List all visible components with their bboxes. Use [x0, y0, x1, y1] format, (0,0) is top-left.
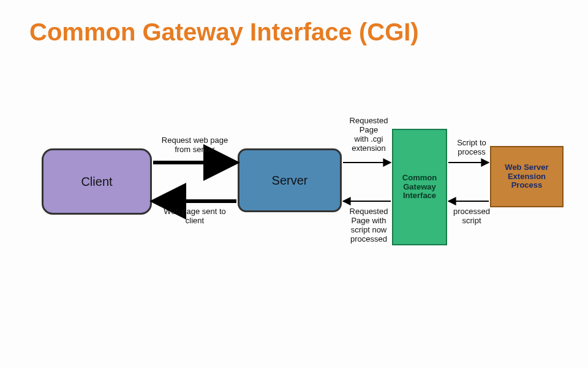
label-page-sent: Web page sent to client	[152, 207, 238, 226]
slide-title: Common Gateway Interface (CGI)	[29, 18, 419, 46]
label-req-processed: Requested Page with script now processed	[344, 207, 393, 244]
label-req-cgi-ext: Requested Page with .cgi extension	[344, 117, 393, 153]
arrows-layer	[0, 104, 588, 301]
label-script-to-process: Script to process	[450, 139, 494, 157]
slide: Common Gateway Interface (CGI) Client Se…	[0, 0, 588, 368]
label-processed-script: processed script	[450, 207, 494, 226]
label-request-web-page: Request web page from server	[152, 136, 238, 155]
cgi-diagram: Client Server Common Gateway Interface W…	[0, 104, 588, 301]
